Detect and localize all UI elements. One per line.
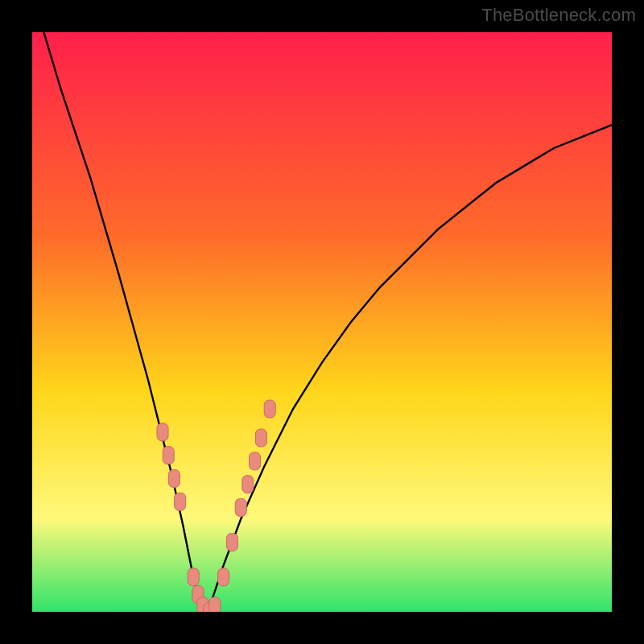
- plot-area: [32, 32, 612, 612]
- data-marker: [157, 423, 168, 441]
- data-marker: [242, 476, 254, 493]
- data-marker: [264, 400, 275, 418]
- data-marker: [255, 429, 266, 447]
- watermark-text: TheBottleneck.com: [481, 5, 636, 26]
- gradient-background: [32, 32, 612, 612]
- data-marker: [163, 447, 174, 464]
- chart-frame: TheBottleneck.com: [0, 0, 644, 644]
- data-marker: [218, 568, 229, 586]
- data-marker: [209, 597, 221, 612]
- data-marker: [235, 498, 246, 516]
- data-marker: [226, 534, 237, 551]
- data-marker: [188, 568, 199, 586]
- data-marker: [175, 493, 186, 510]
- chart-svg: [32, 32, 612, 612]
- data-marker: [250, 452, 261, 470]
- data-marker: [168, 469, 180, 487]
